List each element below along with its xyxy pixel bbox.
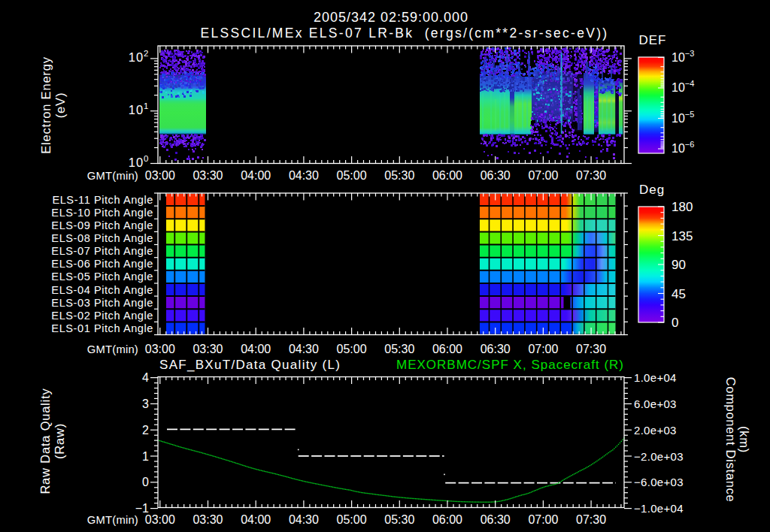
svg-text:ELS-10 Pitch Angle: ELS-10 Pitch Angle — [51, 207, 153, 219]
svg-text:04:30: 04:30 — [289, 513, 319, 526]
svg-text:ELSSCIL/MEx ELS-07 LR-Bk (erg: ELSSCIL/MEx ELS-07 LR-Bk (ergs/(cm**2-sr… — [201, 26, 609, 41]
svg-text:0: 0 — [142, 476, 149, 488]
svg-text:03:00: 03:00 — [145, 513, 175, 526]
svg-text:3: 3 — [142, 397, 149, 410]
svg-text:ELS-02 Pitch Angle: ELS-02 Pitch Angle — [51, 310, 153, 322]
svg-text:03:00: 03:00 — [145, 343, 175, 355]
svg-text:07:30: 07:30 — [576, 169, 606, 182]
svg-text:ELS-08 Pitch Angle: ELS-08 Pitch Angle — [51, 232, 153, 244]
svg-text:GMT(min): GMT(min) — [87, 514, 138, 526]
svg-text:Component Distance: Component Distance — [724, 377, 738, 503]
svg-text:06:00: 06:00 — [432, 169, 462, 182]
svg-text:ELS-09 Pitch Angle: ELS-09 Pitch Angle — [51, 219, 153, 231]
svg-text:04:00: 04:00 — [241, 343, 271, 355]
svg-text:04:00: 04:00 — [241, 169, 271, 182]
svg-text:06:00: 06:00 — [432, 343, 462, 355]
svg-text:07:30: 07:30 — [576, 513, 606, 526]
svg-text:−6.0e+03: −6.0e+03 — [634, 476, 684, 488]
svg-text:Deg: Deg — [639, 183, 665, 197]
svg-text:1.0e+04: 1.0e+04 — [634, 371, 677, 384]
svg-text:Raw Data Quality: Raw Data Quality — [38, 388, 52, 494]
svg-text:2.0e+03: 2.0e+03 — [634, 424, 677, 437]
svg-text:03:30: 03:30 — [192, 343, 223, 355]
svg-text:07:00: 07:00 — [528, 513, 558, 526]
svg-text:−1: −1 — [135, 502, 149, 515]
svg-text:90: 90 — [671, 258, 686, 272]
svg-text:ELS-04 Pitch Angle: ELS-04 Pitch Angle — [51, 284, 153, 296]
svg-text:04:30: 04:30 — [289, 343, 319, 355]
svg-text:135: 135 — [671, 229, 693, 243]
svg-text:−1.0e+04: −1.0e+04 — [634, 502, 684, 515]
svg-text:04:00: 04:00 — [241, 513, 271, 526]
svg-text:GMT(min): GMT(min) — [87, 343, 138, 355]
svg-text:ELS-01 Pitch Angle: ELS-01 Pitch Angle — [51, 322, 153, 334]
svg-text:05:30: 05:30 — [384, 169, 414, 182]
svg-text:SAF_BXuT/Data Quality (L): SAF_BXuT/Data Quality (L) — [159, 358, 341, 372]
svg-text:03:00: 03:00 — [145, 169, 175, 182]
svg-text:DEF: DEF — [639, 33, 667, 47]
svg-text:05:00: 05:00 — [337, 169, 367, 182]
svg-text:1: 1 — [142, 450, 149, 463]
svg-text:07:30: 07:30 — [576, 343, 606, 355]
svg-text:4: 4 — [142, 371, 149, 384]
svg-text:05:30: 05:30 — [384, 513, 414, 526]
svg-text:(eV): (eV) — [53, 92, 67, 118]
svg-text:2: 2 — [142, 424, 149, 437]
svg-text:03:30: 03:30 — [192, 169, 223, 182]
svg-text:07:00: 07:00 — [528, 169, 558, 182]
svg-text:GMT(min): GMT(min) — [87, 170, 138, 182]
svg-text:Electron Energy: Electron Energy — [39, 56, 53, 153]
svg-text:ELS-06 Pitch Angle: ELS-06 Pitch Angle — [51, 258, 153, 270]
svg-text:45: 45 — [671, 287, 686, 301]
svg-text:−2.0e+03: −2.0e+03 — [634, 450, 684, 463]
svg-text:ELS-07 Pitch Angle: ELS-07 Pitch Angle — [51, 245, 153, 257]
svg-text:03:30: 03:30 — [192, 513, 223, 526]
svg-text:06:30: 06:30 — [480, 513, 511, 526]
svg-text:ELS-11 Pitch Angle: ELS-11 Pitch Angle — [52, 194, 153, 206]
svg-text:(Raw): (Raw) — [53, 423, 66, 459]
svg-text:180: 180 — [671, 200, 693, 214]
svg-text:06:30: 06:30 — [480, 343, 511, 355]
svg-text:MEXORBMC/SPF X, Spacecraft (R): MEXORBMC/SPF X, Spacecraft (R) — [396, 358, 624, 372]
svg-text:06:00: 06:00 — [432, 513, 462, 526]
svg-text:2005/342 02:59:00.000: 2005/342 02:59:00.000 — [314, 10, 468, 25]
svg-text:05:00: 05:00 — [337, 343, 367, 355]
svg-text:04:30: 04:30 — [289, 169, 319, 182]
svg-text:05:30: 05:30 — [384, 343, 414, 355]
svg-text:06:30: 06:30 — [480, 169, 511, 182]
svg-text:ELS-05 Pitch Angle: ELS-05 Pitch Angle — [51, 271, 153, 283]
svg-text:0: 0 — [671, 316, 678, 330]
svg-text:ELS-03 Pitch Angle: ELS-03 Pitch Angle — [51, 297, 153, 309]
svg-text:6.0e+03: 6.0e+03 — [634, 397, 677, 410]
svg-text:07:00: 07:00 — [528, 343, 558, 355]
svg-text:05:00: 05:00 — [337, 513, 367, 526]
svg-text:(km): (km) — [738, 426, 751, 453]
